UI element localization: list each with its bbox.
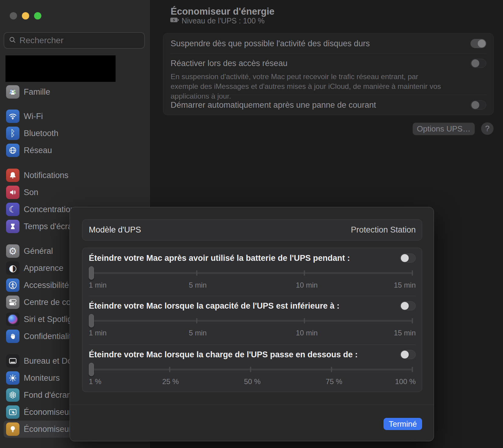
ups-level-status: Niveau de l'UPS : 100 %: [170, 16, 265, 25]
slider-tick: [304, 270, 305, 276]
slider-label: 1 min: [89, 329, 107, 337]
slider-tick: [169, 367, 170, 372]
settings-group: Suspendre dès que possible l'activité de…: [163, 33, 494, 115]
gear-icon: ⚙: [6, 244, 19, 258]
slider-tick: [412, 367, 413, 372]
wifi-icon: [6, 110, 19, 123]
slider-tick: [196, 318, 197, 324]
slider-labels: 1 % 25 % 50 % 75 % 100 %: [89, 377, 416, 387]
hourglass-icon: [6, 220, 19, 233]
sidebar-item-wifi[interactable]: Wi-Fi: [4, 108, 147, 125]
slider-label: 10 min: [296, 329, 318, 337]
slider-labels: 1 min 5 min 10 min 15 min: [89, 329, 416, 338]
battery-icon: [170, 16, 179, 25]
minimize-button[interactable]: [22, 12, 29, 19]
window-controls: [10, 12, 41, 19]
slider-label: 1 %: [89, 377, 101, 386]
lightbulb-icon: [6, 422, 19, 436]
display-icon: [6, 371, 19, 385]
moon-icon: ☾: [6, 203, 19, 216]
slider-label: 15 min: [394, 329, 416, 337]
sidebar-item-label: Notifications: [24, 171, 68, 180]
sidebar-item-label: Apparence: [24, 264, 64, 273]
slider-thumb[interactable]: [89, 363, 94, 376]
search-placeholder: Rechercher: [19, 36, 64, 45]
zoom-button[interactable]: [34, 12, 41, 19]
row-label: Réactiver lors des accès réseau: [171, 59, 287, 68]
section-battery-time: Éteindre votre Mac après avoir utilisé l…: [82, 248, 422, 296]
slider-label: 5 min: [189, 281, 207, 289]
slider-tick: [304, 318, 305, 324]
dock-icon: [6, 354, 19, 368]
row-label: Démarrer automatiquement après une panne…: [171, 100, 376, 110]
slider-track[interactable]: [89, 272, 412, 274]
slider-thumb[interactable]: [89, 266, 94, 280]
done-button[interactable]: Terminé: [383, 418, 422, 430]
sidebar-item-label: Général: [24, 247, 53, 256]
sidebar-item-famille[interactable]: Famille: [4, 83, 147, 100]
sidebar-item-reseau[interactable]: Réseau: [4, 142, 147, 159]
sidebar-item-label: Wi-Fi: [24, 112, 43, 121]
sidebar-item-label: Temps d'écran: [24, 222, 77, 231]
globe-icon: [6, 144, 19, 157]
section-capacity: Éteindre votre Mac lorsque la capacité d…: [82, 296, 422, 345]
slider-track[interactable]: [89, 320, 412, 322]
sidebar-item-label: Concentration: [24, 205, 75, 214]
capacity-toggle[interactable]: [400, 301, 416, 310]
section-title: Éteindre votre Mac après avoir utilisé l…: [89, 254, 350, 263]
redacted-profile: [5, 55, 116, 82]
row-suspend-disks: Suspendre dès que possible l'activité de…: [163, 33, 493, 54]
charge-slider[interactable]: [89, 362, 412, 377]
system-settings-window: Rechercher Famille Wi-Fi ᛒ Bluetooth: [0, 0, 503, 448]
search-input[interactable]: Rechercher: [4, 32, 145, 49]
row-label: Suspendre dès que possible l'activité de…: [171, 39, 370, 48]
slider-tick: [412, 270, 413, 276]
sidebar-item-label: Accessibilité: [24, 281, 69, 290]
section-title: Éteindre votre Mac lorsque la capacité d…: [89, 301, 339, 311]
sidebar-item-label: Réseau: [24, 146, 52, 155]
row-autostart: Démarrer automatiquement après une panne…: [163, 95, 493, 115]
wake-network-toggle[interactable]: [470, 59, 486, 68]
ups-model-label: Modèle d'UPS: [89, 225, 141, 235]
section-title: Éteindre votre Mac lorsque la charge de …: [89, 350, 358, 359]
slider-label: 25 %: [162, 377, 179, 386]
ups-options-dialog: Modèle d'UPS Protection Station Éteindre…: [70, 207, 434, 441]
ups-options-button[interactable]: Options UPS…: [413, 123, 475, 135]
suspend-disks-toggle[interactable]: [470, 39, 486, 48]
capacity-slider[interactable]: [89, 313, 412, 329]
slider-tick: [331, 367, 332, 372]
slider-labels: 1 min 5 min 10 min 15 min: [89, 281, 416, 290]
slider-label: 50 %: [244, 377, 261, 386]
dialog-footer-divider: [70, 404, 434, 405]
bluetooth-icon: ᛒ: [6, 127, 19, 140]
sidebar-item-label: Bluetooth: [24, 129, 58, 138]
slider-thumb[interactable]: [89, 314, 94, 327]
battery-time-slider[interactable]: [89, 265, 412, 281]
screensaver-icon: [6, 405, 19, 419]
hand-icon: [6, 330, 19, 343]
accessibility-icon: [6, 278, 19, 292]
slider-label: 1 min: [89, 281, 107, 289]
ups-level-text: Niveau de l'UPS : 100 %: [182, 16, 265, 25]
sidebar-item-label: Fond d'écran: [24, 390, 71, 400]
slider-label: 10 min: [296, 281, 318, 289]
help-button[interactable]: ?: [481, 122, 494, 135]
sidebar-item-bluetooth[interactable]: ᛒ Bluetooth: [4, 125, 147, 142]
sidebar-item-notifications[interactable]: Notifications: [4, 167, 147, 184]
slider-label: 15 min: [394, 281, 416, 289]
autostart-toggle[interactable]: [470, 100, 486, 110]
bell-icon: [6, 169, 19, 182]
slider-tick: [196, 270, 197, 276]
shutdown-settings-group: Éteindre votre Mac après avoir utilisé l…: [82, 248, 422, 392]
battery-time-toggle[interactable]: [400, 254, 416, 263]
row-wake-network: Réactiver lors des accès réseau En suspe…: [163, 54, 493, 95]
sidebar-item-son[interactable]: Son: [4, 184, 147, 201]
sidebar-item-label: Famille: [24, 87, 50, 97]
close-button[interactable]: [10, 12, 17, 19]
search-icon: [9, 36, 16, 45]
slider-label: 100 %: [395, 377, 416, 386]
appearance-icon: ◐: [6, 261, 19, 275]
charge-toggle[interactable]: [400, 350, 416, 359]
family-icon: [6, 85, 19, 99]
ups-model-value: Protection Station: [351, 225, 416, 235]
